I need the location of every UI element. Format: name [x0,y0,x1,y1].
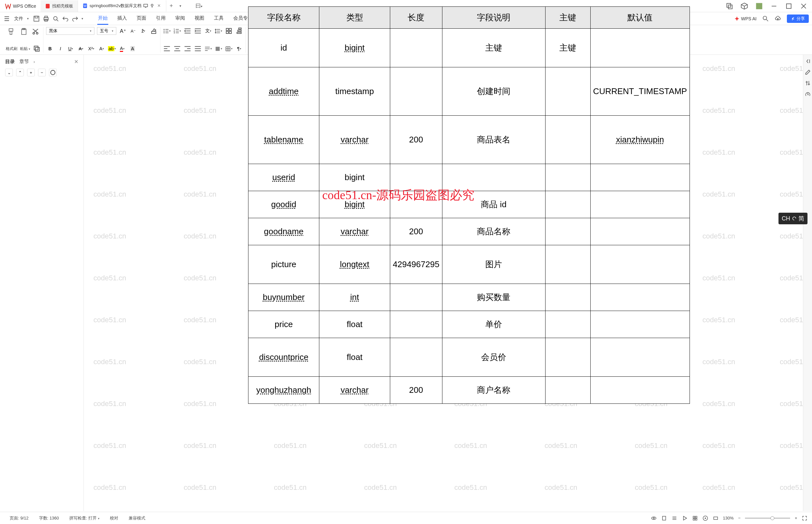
char-shade-icon[interactable]: A [129,45,136,52]
expand-pane-icon[interactable] [805,58,811,64]
view-outline-icon[interactable] [672,515,677,521]
minimize-icon[interactable] [770,2,778,10]
filter-icon[interactable] [805,80,811,86]
align-left-icon[interactable] [163,45,171,52]
sidebar-close-icon[interactable]: ✕ [74,59,78,65]
tab-list-button[interactable]: ▾ [176,4,185,8]
avatar[interactable] [755,2,763,10]
menu-tab-ref[interactable]: 引用 [155,13,166,25]
watermark-text: code51.cn [94,148,126,157]
zoom-level[interactable]: 130% [723,515,734,521]
menu-tab-view[interactable]: 视图 [194,13,205,25]
decrease-indent-icon[interactable] [184,27,192,35]
edit-icon[interactable] [805,69,811,76]
sidebar-tab-chapter[interactable]: 章节 [19,59,29,65]
remove-icon[interactable]: − [38,69,46,76]
refresh-icon[interactable] [49,69,57,76]
superscript-icon[interactable]: X² ▾ [87,45,95,52]
paste-label[interactable]: 粘贴 ▾ [20,46,30,52]
increase-indent-icon[interactable] [194,27,202,35]
file-menu[interactable]: 文件 [12,16,26,21]
sidebar-tab-toc[interactable]: 目录 [5,59,15,65]
view-page-icon[interactable] [661,515,667,521]
maximize-icon[interactable] [785,2,793,10]
font-selector[interactable]: 黑体▾ [46,27,95,35]
zoom-slider[interactable] [745,518,790,519]
shading-icon[interactable]: ▾ [215,45,222,52]
hamburger-icon[interactable] [3,15,10,22]
bullet-list-icon[interactable]: ▾ [163,27,171,35]
menu-tab-tools[interactable]: 工具 [213,13,224,25]
copy-icon[interactable] [726,2,733,10]
add-icon[interactable]: + [27,69,35,76]
window-close-icon[interactable] [800,2,808,10]
font-color-icon[interactable]: A ▾ [118,45,126,52]
phonetic-icon[interactable]: ẑ ▾ [139,27,147,35]
cut-icon[interactable] [32,28,39,35]
tab-button-icon[interactable] [225,27,233,35]
close-icon[interactable]: ✕ [156,3,162,9]
borders-icon[interactable]: ▾ [225,45,233,52]
backup-icon[interactable] [805,91,811,97]
distribute-icon[interactable]: ▾ [204,45,212,52]
fullscreen-icon[interactable] [802,515,808,521]
underline-icon[interactable]: U ▾ [67,45,74,52]
proofread[interactable]: 校对 [105,515,123,521]
grid-icon[interactable] [692,515,698,521]
font-size-selector[interactable]: 五号▾ [97,27,116,35]
italic-icon[interactable]: I [56,45,64,52]
zoom-in-icon[interactable]: + [795,515,797,521]
format-brush-button[interactable] [6,27,16,36]
spell-check[interactable]: 拼写检查: 打开 ▾ [64,515,105,521]
menu-tab-start[interactable]: 开始 [97,13,108,25]
bold-icon[interactable]: B [46,45,54,52]
play-icon[interactable] [682,515,687,521]
tab-template[interactable]: 找稻壳模板 [40,0,78,12]
ime-indicator[interactable]: CH 简 [778,213,808,224]
wps-ai-button[interactable]: WPS AI [734,16,757,21]
cloud-icon[interactable] [775,15,781,22]
number-list-icon[interactable]: 123▾ [173,27,181,35]
text-direction-icon[interactable]: 文 ▾ [204,27,212,35]
decrease-font-icon[interactable]: A⁻ [129,27,137,35]
save-icon[interactable] [33,15,40,22]
strike-icon[interactable]: A ▾ [77,45,85,52]
view-eye-icon[interactable] [651,515,657,521]
search-icon[interactable] [762,15,769,22]
highlight-icon[interactable]: ab ▾ [108,45,116,52]
copy-icon-ribbon[interactable] [33,45,40,52]
sort-icon[interactable] [235,27,243,35]
para-marks-icon[interactable]: ¶ ▾ [235,45,243,52]
menu-tab-page[interactable]: 页面 [136,13,147,25]
line-spacing-icon[interactable]: ▾ [215,27,222,35]
cube-icon[interactable] [741,2,748,10]
tab-document[interactable]: W springbootf8m2v数据库文档 ✕ [78,0,166,12]
mode-b-icon[interactable] [713,515,718,521]
app-logo[interactable]: WPS Office [0,0,40,12]
share-button[interactable]: 分享 [787,15,809,23]
menu-tab-review[interactable]: 审阅 [175,13,186,25]
new-tab-button[interactable]: + [166,3,176,9]
clear-format-icon[interactable] [150,27,158,35]
zoom-out-icon[interactable]: − [738,515,741,521]
undo-icon[interactable] [62,15,69,22]
align-right-icon[interactable] [184,45,192,52]
increase-font-icon[interactable]: A⁺ [119,27,127,35]
text-effect-icon[interactable]: A ▾ [98,45,105,52]
chevron-right-icon[interactable]: › [34,59,35,64]
expand-icon[interactable]: ⌄ [5,69,13,76]
page-indicator[interactable]: 页面: 9/12 [4,515,34,521]
qat-more[interactable]: ▾ [82,17,83,20]
word-count[interactable]: 字数: 1360 [34,515,64,521]
print-icon[interactable] [43,15,49,22]
align-center-icon[interactable] [173,45,181,52]
paste-button[interactable] [19,27,29,36]
preview-icon[interactable] [52,15,59,22]
mode-a-icon[interactable] [702,515,708,521]
collapse-icon[interactable]: ⌃ [16,69,24,76]
indent-marker[interactable]: 曰▾ [196,3,202,9]
menu-tab-insert[interactable]: 插入 [117,13,128,25]
redo-icon[interactable] [72,15,78,22]
align-justify-icon[interactable] [194,45,202,52]
pin-icon[interactable] [150,3,154,8]
